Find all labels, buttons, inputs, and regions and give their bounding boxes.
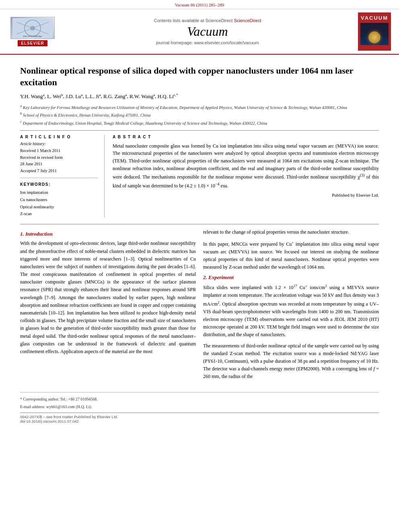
body-columns: 1. Introduction With the development of …: [20, 228, 379, 384]
vacuum-logo-text: VACUUM: [361, 15, 388, 21]
author-rw-wang: R.W. Wanga: [130, 93, 155, 99]
vacuum-logo-section: VACUUM: [356, 12, 393, 51]
keyword-3: Optical nonlinearity: [20, 203, 98, 211]
article-info: A R T I C L E I N F O Article history: R…: [20, 135, 105, 218]
sciencedirect-anchor[interactable]: ScienceDirect: [234, 18, 261, 23]
keywords-section: Keywords: Ion implantation Cu nanocluste…: [20, 182, 98, 218]
vacuum-logo-box: VACUUM: [358, 12, 391, 51]
abstract-title: A B S T R A C T: [113, 135, 379, 139]
keyword-4: Z-scan: [20, 210, 98, 218]
journal-homepage: journal homepage: www.elsevier.com/locat…: [156, 40, 259, 45]
issn-text: 0042-207X/$ – see front matter Published…: [20, 415, 118, 419]
sciencedirect-link: Contents lists available at ScienceDirec…: [154, 18, 261, 23]
keywords-label: Keywords:: [20, 182, 98, 187]
keyword-2: Cu nanoclusters: [20, 196, 98, 203]
svg-text:tree of knowledge: tree of knowledge: [23, 35, 42, 37]
published-by: Published by Elsevier Ltd.: [113, 193, 379, 197]
elsevier-label: ELSEVIER: [18, 40, 47, 46]
body-divider: [20, 224, 379, 224]
experiment-para-1: Silica slides were implanted with 1.2 × …: [203, 283, 379, 339]
affiliations: a Key Laboratory for Ferrous Metallurgy …: [20, 103, 379, 126]
author-ll-ji: L.L. Jia: [85, 93, 101, 99]
elsevier-logo-image: tree of knowledge: [10, 17, 55, 39]
journal-header: tree of knowledge ELSEVIER Contents list…: [0, 9, 399, 55]
vacuum-logo-image: [360, 23, 389, 45]
doi-text: doi:10.1016/j.vacuum.2011.07.042: [20, 419, 79, 423]
affiliation-a: a Key Laboratory for Ferrous Metallurgy …: [20, 103, 379, 111]
abstract-text: Metal nanocluster composite glass was fo…: [113, 142, 379, 190]
keyword-1: Ion implantation: [20, 189, 98, 196]
journal-title-section: Contents lists available at ScienceDirec…: [64, 12, 352, 51]
article-title: Nonlinear optical response of silica dop…: [20, 65, 379, 88]
journal-citation: Vacuum 86 (2011) 285–289: [175, 2, 224, 7]
svg-point-4: [30, 26, 35, 31]
author-rg-zang: R.G. Zanga: [103, 93, 127, 99]
received-date: Received 1 March 2011: [20, 148, 98, 154]
accepted-date: Accepted 7 July 2011: [20, 168, 98, 175]
abstract-section: A B S T R A C T Metal nanocluster compos…: [113, 135, 379, 218]
footnotes: * Corresponding author. Tel.: +86 27 610…: [20, 392, 379, 410]
footnote-corresponding: * Corresponding author. Tel.: +86 27 610…: [20, 396, 379, 403]
journal-title: Vacuum: [187, 25, 228, 39]
authors-line: Y.H. Wanga, L. Weib, J.D. Lua, L.L. Jia,…: [20, 92, 379, 100]
article-info-title: A R T I C L E I N F O: [20, 135, 98, 139]
affiliation-c: c Department of Endocrinology, Union Hos…: [20, 119, 379, 126]
experiment-heading: 2. Experiment: [203, 274, 379, 281]
info-abstract-row: A R T I C L E I N F O Article history: R…: [20, 135, 379, 218]
article-history-label: Article history:: [20, 142, 98, 146]
header-divider: [20, 130, 379, 131]
main-content: Nonlinear optical response of silica dop…: [0, 55, 399, 431]
intro-para-2: relevant to the change of optical proper…: [203, 228, 379, 236]
author-l-wei: L. Weib: [47, 93, 63, 99]
intro-para-3: In this paper, MNCGs were prepared by Cu…: [203, 240, 379, 271]
right-column: relevant to the change of optical proper…: [203, 228, 379, 384]
author-jd-lu: J.D. Lua: [66, 93, 83, 99]
author-hq-li: H.Q. Lic,*: [158, 93, 178, 99]
affiliation-b: b School of Physics & Electronics, Henan…: [20, 111, 379, 118]
elsevier-logo: tree of knowledge ELSEVIER: [10, 17, 55, 46]
footnote-email: E-mail address: wyh61@163.com (H.Q. Li).: [20, 403, 379, 410]
info-divider: [20, 178, 98, 178]
received-revised-label: Received in revised form: [20, 154, 98, 161]
intro-para-1: With the development of opto-electronic …: [20, 240, 196, 355]
author-yh-wang: Y.H. Wanga: [20, 93, 45, 99]
footer-bar: 0042-207X/$ – see front matter Published…: [20, 413, 379, 423]
experiment-para-2: The measurements of third-order nonlinea…: [203, 342, 379, 381]
received-revised-date: 28 June 2011: [20, 161, 98, 168]
intro-heading: 1. Introduction: [20, 231, 196, 237]
top-bar: Vacuum 86 (2011) 285–289: [0, 0, 399, 9]
left-column: 1. Introduction With the development of …: [20, 228, 196, 384]
elsevier-logo-section: tree of knowledge ELSEVIER: [6, 12, 59, 51]
